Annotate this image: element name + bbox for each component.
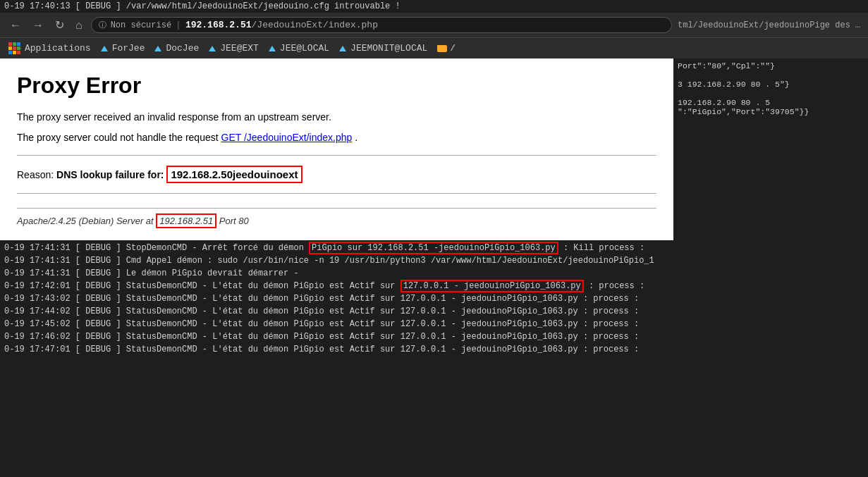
- footer-start: Apache/2.4.25 (Debian) Server at: [17, 216, 156, 226]
- divider: [17, 155, 656, 156]
- jee-ext-label: JEE@EXT: [220, 43, 259, 54]
- log-line-7: 0-19 17:46:02 [ DEBUG ] StatusDemonCMD -…: [4, 330, 669, 343]
- bookmarks-bar: Applications ForJee DocJee JEE@EXT JEE@L…: [0, 37, 868, 58]
- apps-grid-icon: [8, 42, 20, 54]
- content-row: Proxy Error The proxy server received an…: [0, 58, 868, 477]
- applications-bookmark[interactable]: Applications: [6, 41, 94, 56]
- top-debug-text: 0-19 17:40:13 [ DEBUG ] /var/www/html/Je…: [4, 1, 401, 11]
- log-line-8: 0-19 17:47:01 [ DEBUG ] StatusDemonCMD -…: [4, 343, 669, 356]
- forjee-label: ForJee: [112, 43, 145, 54]
- proxy-error-p1: The proxy server received an invalid res…: [17, 110, 656, 125]
- url-path: /JeedouinoExt/index.php: [252, 20, 378, 30]
- proxy-p2-link[interactable]: GET /JeedouinoExt/index.php: [221, 132, 353, 143]
- back-button[interactable]: ←: [7, 18, 24, 33]
- reason-line: Reason: DNS lookup failure for: 192.168.…: [17, 166, 656, 183]
- right-log-3: 3 192.168.2.90 80 . 5"}: [678, 80, 864, 89]
- jeemonit-icon: [339, 46, 346, 51]
- lock-icon: ⓘ: [99, 20, 106, 30]
- jee-local-bookmark[interactable]: JEE@LOCAL: [266, 42, 332, 55]
- folder-bookmark[interactable]: /: [434, 42, 458, 55]
- log-line-4: 0-19 17:43:02 [ DEBUG ] StatusDemonCMD -…: [4, 292, 669, 305]
- proxy-error-p2: The proxy server could not handle the re…: [17, 130, 656, 145]
- right-log-5: 192.168.2.90 80 . 5: [678, 98, 864, 107]
- side-info: tml/JeedouinoExt/jeedouinoPige des démon…: [678, 20, 861, 30]
- forjee-bookmark[interactable]: ForJee: [98, 42, 148, 55]
- docjee-label: DocJee: [166, 43, 199, 54]
- reason-highlight: 192.168.2.50jeedouinoext: [166, 166, 302, 183]
- log-line-6: 0-19 17:45:02 [ DEBUG ] StatusDemonCMD -…: [4, 318, 669, 330]
- applications-label: Applications: [25, 43, 91, 54]
- jeemonit-bookmark[interactable]: JEEMONIT@LOCAL: [336, 42, 430, 55]
- reload-button[interactable]: ↻: [52, 17, 67, 33]
- reason-start: Reason:: [17, 169, 56, 180]
- proxy-p2-start: The proxy server could not handle the re…: [17, 132, 221, 143]
- right-log-6: ":"PiGpio","Port":"39705"}}: [678, 107, 864, 116]
- jeemonit-label: JEEMONIT@LOCAL: [350, 43, 427, 54]
- forward-button[interactable]: →: [30, 18, 47, 33]
- footer-highlight-ip: 192.168.2.51: [156, 213, 216, 228]
- top-debug-bar: 0-19 17:40:13 [ DEBUG ] /var/www/html/Je…: [0, 0, 868, 13]
- separator: |: [176, 20, 181, 30]
- proxy-p2-end: .: [355, 132, 357, 143]
- left-column: Proxy Error The proxy server received an…: [0, 58, 673, 477]
- right-log-2: [678, 70, 864, 80]
- proxy-error-title: Proxy Error: [17, 73, 656, 99]
- footer-end: Port 80: [219, 216, 249, 226]
- docjee-bookmark[interactable]: DocJee: [152, 42, 202, 55]
- docjee-icon: [154, 46, 161, 51]
- address-bar[interactable]: ⓘ Non sécurisé | 192.168.2.51 /Jeedouino…: [91, 17, 672, 33]
- non-secure-label: Non sécurisé: [111, 20, 171, 30]
- log-line-3: 0-19 17:42:01 [ DEBUG ] StatusDemonCMD -…: [4, 280, 669, 292]
- folder-icon: [437, 45, 447, 52]
- log-line-5: 0-19 17:44:02 [ DEBUG ] StatusDemonCMD -…: [4, 305, 669, 318]
- folder-label: /: [450, 43, 456, 54]
- bottom-debug-log: 0-19 17:41:31 [ DEBUG ] StopDemonCMD - A…: [0, 240, 673, 357]
- highlight-status-1: 127.0.0.1 - jeedouinoPiGpio_1063.py: [401, 280, 584, 292]
- jee-ext-bookmark[interactable]: JEE@EXT: [206, 42, 262, 55]
- log-line-2: 0-19 17:41:31 [ DEBUG ] Le démon PiGpio …: [4, 267, 669, 280]
- log-line-1: 0-19 17:41:31 [ DEBUG ] Cmd Appel démon …: [4, 254, 669, 267]
- log-line-0: 0-19 17:41:31 [ DEBUG ] StopDemonCMD - A…: [4, 242, 669, 254]
- full-layout: 0-19 17:40:13 [ DEBUG ] /var/www/html/Je…: [0, 0, 868, 477]
- proxy-footer: Apache/2.4.25 (Debian) Server at 192.168…: [17, 208, 656, 226]
- jee-local-label: JEE@LOCAL: [280, 43, 329, 54]
- nav-bar: ← → ↻ ⌂ ⓘ Non sécurisé | 192.168.2.51 /J…: [0, 13, 868, 37]
- url-ip: 192.168.2.51: [185, 20, 252, 30]
- home-button[interactable]: ⌂: [73, 18, 85, 33]
- jee-ext-icon: [209, 46, 216, 51]
- jee-local-icon: [269, 46, 276, 51]
- right-log-1: Port":"80","Cpl":""}: [678, 61, 864, 70]
- right-debug-panel: Port":"80","Cpl":""} 3 192.168.2.90 80 .…: [673, 58, 868, 477]
- reason-bold: DNS lookup failure for:: [56, 169, 164, 180]
- proxy-error-panel: Proxy Error The proxy server received an…: [0, 58, 673, 240]
- forjee-icon: [101, 46, 108, 51]
- divider2: [17, 193, 656, 194]
- highlight-stopdemon: PiGpio sur 192.168.2.51 -jeedouinoPiGpio…: [309, 242, 558, 254]
- right-log-4: [678, 89, 864, 98]
